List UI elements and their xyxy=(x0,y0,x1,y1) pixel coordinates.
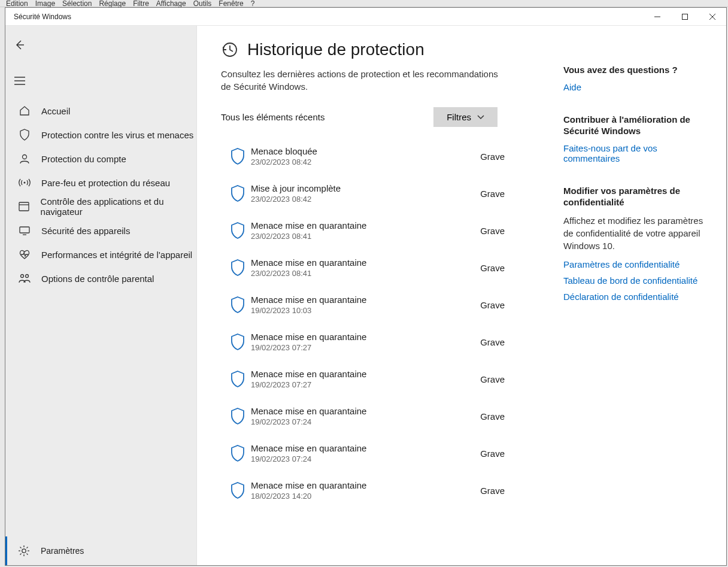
minimize-icon xyxy=(654,14,660,20)
events-list: Menace bloquée23/02/2023 08:42GraveMise … xyxy=(221,138,545,565)
event-title: Menace mise en quarantaine xyxy=(251,480,480,490)
menu-reglage[interactable]: Réglage xyxy=(99,0,126,8)
event-timestamp: 18/02/2023 14:20 xyxy=(251,492,480,501)
svg-point-13 xyxy=(21,275,24,278)
close-button[interactable] xyxy=(699,8,726,26)
filter-row-label: Tous les éléments récents xyxy=(221,112,324,122)
history-icon xyxy=(221,41,238,58)
event-title: Menace mise en quarantaine xyxy=(251,406,480,416)
event-row[interactable]: Menace mise en quarantaine23/02/2023 08:… xyxy=(221,249,533,286)
menu-fenetre[interactable]: Fenêtre xyxy=(219,0,243,8)
minimize-button[interactable] xyxy=(644,8,671,26)
event-severity: Grave xyxy=(480,374,529,384)
event-row[interactable]: Menace mise en quarantaine23/02/2023 08:… xyxy=(221,212,533,249)
chevron-down-icon xyxy=(477,115,484,120)
event-severity: Grave xyxy=(480,263,529,273)
event-row[interactable]: Menace mise en quarantaine18/02/2023 14:… xyxy=(221,472,533,509)
close-icon xyxy=(709,14,715,20)
privacy-heading: Modifier vos paramètres de confidentiali… xyxy=(563,185,708,208)
event-severity: Grave xyxy=(480,300,529,310)
sidebar-item-app[interactable]: Contrôle des applications et du navigate… xyxy=(5,195,196,219)
sidebar-item-person[interactable]: Protection du compte xyxy=(5,147,196,171)
event-title: Menace mise en quarantaine xyxy=(251,220,480,231)
event-severity: Grave xyxy=(480,189,529,199)
event-row[interactable]: Menace bloquée23/02/2023 08:42Grave xyxy=(221,138,533,175)
svg-rect-1 xyxy=(682,14,688,19)
menu-filtre[interactable]: Filtre xyxy=(133,0,149,8)
help-link[interactable]: Aide xyxy=(563,82,708,92)
svg-rect-11 xyxy=(20,227,29,233)
sidebar-item-antenna[interactable]: Pare-feu et protection du réseau xyxy=(5,171,196,195)
shield-icon xyxy=(225,147,251,165)
sidebar-item-heart[interactable]: Performances et intégrité de l'appareil xyxy=(5,242,196,266)
titlebar: Sécurité Windows xyxy=(5,8,726,26)
shield-icon xyxy=(225,296,251,314)
privacy-dashboard-link[interactable]: Tableau de bord de confidentialité xyxy=(563,275,708,286)
event-severity: Grave xyxy=(480,448,529,459)
app-window: Sécurité Windows xyxy=(5,7,727,566)
sidebar: AccueilProtection contre les virus et me… xyxy=(5,26,197,565)
shield-icon xyxy=(225,222,251,239)
shield-icon xyxy=(225,444,251,462)
shield-icon xyxy=(19,129,31,141)
event-title: Menace mise en quarantaine xyxy=(251,332,480,342)
contribute-heading: Contribuer à l'amélioration de Sécurité … xyxy=(563,114,708,137)
hamburger-icon xyxy=(14,77,25,85)
event-severity: Grave xyxy=(480,151,529,162)
shield-icon xyxy=(225,259,251,277)
svg-point-14 xyxy=(26,275,29,278)
questions-heading: Vous avez des questions ? xyxy=(563,64,708,76)
event-timestamp: 23/02/2023 08:41 xyxy=(251,269,480,278)
family-icon xyxy=(19,273,31,284)
right-panel: Vous avez des questions ? Aide Contribue… xyxy=(545,40,726,565)
sidebar-item-label: Sécurité des appareils xyxy=(41,226,130,236)
antenna-icon xyxy=(19,177,31,188)
sidebar-item-home[interactable]: Accueil xyxy=(5,99,196,123)
host-app-menubar: Edition Image Sélection Réglage Filtre A… xyxy=(0,0,728,7)
back-button[interactable] xyxy=(5,34,34,56)
event-title: Menace mise en quarantaine xyxy=(251,257,480,268)
menu-outils[interactable]: Outils xyxy=(193,0,212,8)
menu-image[interactable]: Image xyxy=(35,0,55,8)
event-row[interactable]: Menace mise en quarantaine19/02/2023 07:… xyxy=(221,435,533,472)
shield-icon xyxy=(225,481,251,499)
sidebar-item-label: Accueil xyxy=(41,106,70,116)
home-icon xyxy=(19,105,31,116)
event-title: Menace bloquée xyxy=(251,146,480,156)
person-icon xyxy=(19,153,31,164)
menu-selection[interactable]: Sélection xyxy=(62,0,92,8)
feedback-link[interactable]: Faites-nous part de vos commentaires xyxy=(563,143,708,163)
event-timestamp: 19/02/2023 07:27 xyxy=(251,343,480,352)
sidebar-item-settings[interactable]: Paramètres xyxy=(5,536,196,565)
maximize-icon xyxy=(682,14,688,20)
gear-icon xyxy=(18,545,30,556)
sidebar-item-shield[interactable]: Protection contre les virus et menaces xyxy=(5,123,196,147)
event-timestamp: 19/02/2023 10:03 xyxy=(251,306,480,315)
event-row[interactable]: Mise à jour incomplète23/02/2023 08:42Gr… xyxy=(221,175,533,212)
event-timestamp: 23/02/2023 08:42 xyxy=(251,157,480,166)
event-row[interactable]: Menace mise en quarantaine19/02/2023 07:… xyxy=(221,360,533,398)
sidebar-item-label: Protection contre les virus et menaces xyxy=(41,130,193,140)
heart-icon xyxy=(19,249,31,260)
event-row[interactable]: Menace mise en quarantaine19/02/2023 07:… xyxy=(221,323,533,360)
nav-menu-button[interactable] xyxy=(5,70,34,92)
window-controls xyxy=(644,8,726,26)
menu-edition[interactable]: Edition xyxy=(6,0,28,8)
maximize-button[interactable] xyxy=(671,8,699,26)
event-severity: Grave xyxy=(480,226,529,236)
back-arrow-icon xyxy=(14,40,25,50)
privacy-settings-link[interactable]: Paramètres de confidentialité xyxy=(563,259,708,269)
sidebar-item-device[interactable]: Sécurité des appareils xyxy=(5,219,196,242)
menu-affichage[interactable]: Affichage xyxy=(156,0,186,8)
event-row[interactable]: Menace mise en quarantaine19/02/2023 07:… xyxy=(221,398,533,435)
event-timestamp: 23/02/2023 08:41 xyxy=(251,232,480,241)
page-title: Historique de protection xyxy=(247,40,424,59)
shield-icon xyxy=(225,184,251,202)
filters-button[interactable]: Filtres xyxy=(433,107,498,127)
shield-icon xyxy=(225,370,251,388)
menu-help[interactable]: ? xyxy=(251,0,255,8)
privacy-statement-link[interactable]: Déclaration de confidentialité xyxy=(563,292,708,302)
sidebar-item-family[interactable]: Options de contrôle parental xyxy=(5,266,196,290)
svg-line-23 xyxy=(20,553,22,554)
event-row[interactable]: Menace mise en quarantaine19/02/2023 10:… xyxy=(221,286,533,323)
